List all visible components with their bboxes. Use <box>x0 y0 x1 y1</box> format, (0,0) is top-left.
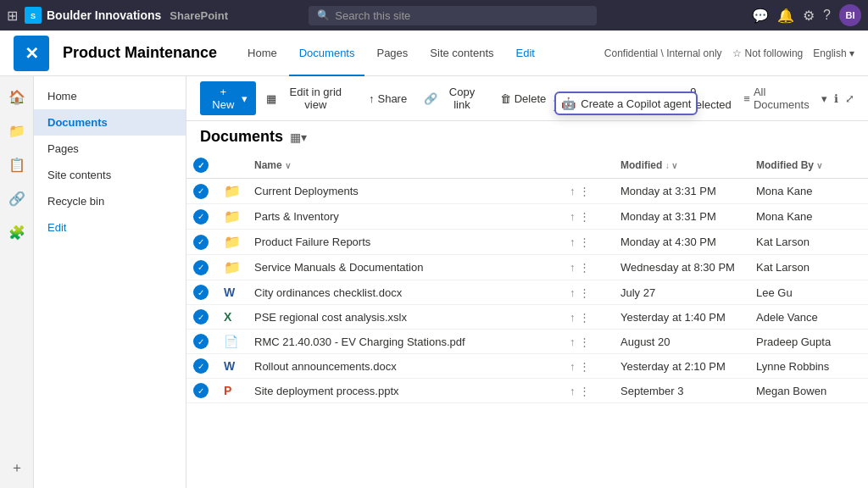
nav-home[interactable]: Home <box>237 30 287 76</box>
row-checkbox[interactable]: ✓ <box>193 209 209 225</box>
row-select-cell[interactable]: ✓ <box>186 204 217 230</box>
notifications-icon[interactable]: 🔔 <box>777 8 794 24</box>
column-header-modified[interactable]: Modified ↓ ∨ <box>614 152 749 179</box>
share-row-icon[interactable]: ↑ <box>570 261 576 274</box>
sidebar-icon-apps[interactable]: 🧩 <box>3 219 31 246</box>
sidebar-item-documents[interactable]: Documents <box>34 109 186 136</box>
row-name-cell[interactable]: Product Failure Reports <box>248 230 563 255</box>
share-row-icon[interactable]: ↑ <box>570 336 576 348</box>
sidebar-item-recycle-bin[interactable]: Recycle bin <box>34 188 186 214</box>
nav-documents[interactable]: Documents <box>289 30 365 76</box>
help-icon[interactable]: ? <box>823 8 831 23</box>
sidebar-item-home[interactable]: Home <box>34 83 186 109</box>
row-select-cell[interactable]: ✓ <box>186 179 217 204</box>
row-checkbox[interactable]: ✓ <box>193 285 209 300</box>
chat-icon[interactable]: 💬 <box>752 8 769 24</box>
file-name[interactable]: PSE regional cost analysis.xslx <box>254 311 407 324</box>
copilot-icon: 🤖 <box>561 97 576 110</box>
row-name-cell[interactable]: Rollout announcements.docx <box>248 354 563 379</box>
sidebar-icon-links[interactable]: 🔗 <box>3 185 31 212</box>
select-all-checkbox[interactable]: ✓ <box>193 158 209 173</box>
following-button[interactable]: ☆ Not following <box>732 47 804 59</box>
share-row-icon[interactable]: ↑ <box>570 311 576 324</box>
more-row-icon[interactable]: ⋮ <box>579 311 590 324</box>
share-row-icon[interactable]: ↑ <box>570 286 576 299</box>
sidebar-icon-docs[interactable]: 📁 <box>3 117 31 144</box>
sidebar-item-edit[interactable]: Edit <box>34 214 186 241</box>
sidebar-icon-home[interactable]: 🏠 <box>3 83 31 110</box>
column-header-name[interactable]: Name ∨ <box>248 152 563 179</box>
file-name[interactable]: Current Deployments <box>254 185 359 197</box>
file-name[interactable]: Rollout announcements.docx <box>254 360 397 373</box>
row-name-cell[interactable]: Parts & Inventory <box>248 204 563 230</box>
file-name[interactable]: RMC 21.40.030 - EV Charging Stations.pdf <box>254 336 465 348</box>
share-row-icon[interactable]: ↑ <box>570 236 576 248</box>
file-name[interactable]: Product Failure Reports <box>254 236 370 248</box>
more-row-icon[interactable]: ⋮ <box>579 210 590 223</box>
share-row-icon[interactable]: ↑ <box>570 210 576 223</box>
row-select-cell[interactable]: ✓ <box>186 280 217 305</box>
nav-pages[interactable]: Pages <box>366 30 418 76</box>
file-name[interactable]: City ordinances checklist.docx <box>254 286 402 299</box>
row-checkbox[interactable]: ✓ <box>193 184 209 199</box>
all-documents-dropdown[interactable]: ≡ All Documents ▾ <box>743 86 827 111</box>
new-button[interactable]: + New ▾ <box>200 81 256 115</box>
search-bar[interactable]: 🔍 <box>309 6 597 25</box>
row-select-cell[interactable]: ✓ <box>186 305 217 330</box>
row-checkbox[interactable]: ✓ <box>193 235 209 250</box>
search-input[interactable] <box>335 9 588 22</box>
file-name[interactable]: Parts & Inventory <box>254 210 339 223</box>
row-checkbox[interactable]: ✓ <box>193 358 209 374</box>
share-row-icon[interactable]: ↑ <box>570 360 576 373</box>
settings-icon[interactable]: ⚙ <box>803 8 815 24</box>
row-select-cell[interactable]: ✓ <box>186 255 217 280</box>
row-checkbox[interactable]: ✓ <box>193 334 209 349</box>
share-row-icon[interactable]: ↑ <box>570 185 576 197</box>
row-select-cell[interactable]: ✓ <box>186 354 217 379</box>
modified-sort-icon[interactable]: ↓ ∨ <box>665 161 678 170</box>
more-row-icon[interactable]: ⋮ <box>579 261 590 274</box>
view-options-icon[interactable]: ▦▾ <box>290 130 307 144</box>
share-button[interactable]: ↑ Share <box>362 88 414 109</box>
row-name-cell[interactable]: Current Deployments <box>248 179 563 204</box>
row-name-cell[interactable]: RMC 21.40.030 - EV Charging Stations.pdf <box>248 330 563 354</box>
row-checkbox[interactable]: ✓ <box>193 309 209 324</box>
nav-edit[interactable]: Edit <box>506 30 545 76</box>
file-name[interactable]: Site deployment process.pptx <box>254 385 399 397</box>
file-name[interactable]: Service Manuals & Documentation <box>254 261 423 274</box>
sidebar-item-pages[interactable]: Pages <box>34 136 186 162</box>
row-select-cell[interactable]: ✓ <box>186 230 217 255</box>
more-row-icon[interactable]: ⋮ <box>579 336 590 348</box>
modified-by-sort-icon[interactable]: ∨ <box>816 161 822 170</box>
language-dropdown[interactable]: English ▾ <box>813 47 854 59</box>
more-row-icon[interactable]: ⋮ <box>579 185 590 197</box>
more-row-icon[interactable]: ⋮ <box>579 385 590 397</box>
avatar[interactable]: BI <box>839 4 861 26</box>
edit-grid-button[interactable]: ▦ Edit in grid view <box>259 81 359 115</box>
waffle-icon[interactable]: ⊞ <box>7 8 18 24</box>
row-name-cell[interactable]: Site deployment process.pptx <box>248 379 563 403</box>
new-label: + New <box>209 86 238 111</box>
row-select-cell[interactable]: ✓ <box>186 330 217 354</box>
row-name-cell[interactable]: Service Manuals & Documentation <box>248 255 563 280</box>
row-name-cell[interactable]: PSE regional cost analysis.xslx <box>248 305 563 330</box>
info-icon[interactable]: ℹ <box>834 92 838 105</box>
row-checkbox[interactable]: ✓ <box>193 383 209 398</box>
copy-link-button[interactable]: 🔗 Copy link <box>417 81 490 115</box>
nav-site-contents[interactable]: Site contents <box>420 30 504 76</box>
row-select-cell[interactable]: ✓ <box>186 379 217 403</box>
column-header-modified-by[interactable]: Modified By ∨ <box>749 152 868 179</box>
more-row-icon[interactable]: ⋮ <box>579 286 590 299</box>
sidebar-icon-add[interactable]: ＋ <box>3 454 31 481</box>
more-row-icon[interactable]: ⋮ <box>579 236 590 248</box>
sidebar-icon-pages[interactable]: 📋 <box>3 151 31 178</box>
name-sort-icon[interactable]: ∨ <box>285 161 291 170</box>
row-checkbox[interactable]: ✓ <box>193 260 209 275</box>
row-name-cell[interactable]: City ordinances checklist.docx <box>248 280 563 305</box>
share-row-icon[interactable]: ↑ <box>570 385 576 397</box>
more-row-icon[interactable]: ⋮ <box>579 360 590 373</box>
delete-button[interactable]: 🗑 Delete <box>493 88 554 109</box>
sidebar-item-site-contents[interactable]: Site contents <box>34 162 186 188</box>
copilot-popup[interactable]: 🤖 Create a Copilot agent <box>554 92 698 115</box>
edit-columns-icon[interactable]: ⤢ <box>845 92 854 105</box>
